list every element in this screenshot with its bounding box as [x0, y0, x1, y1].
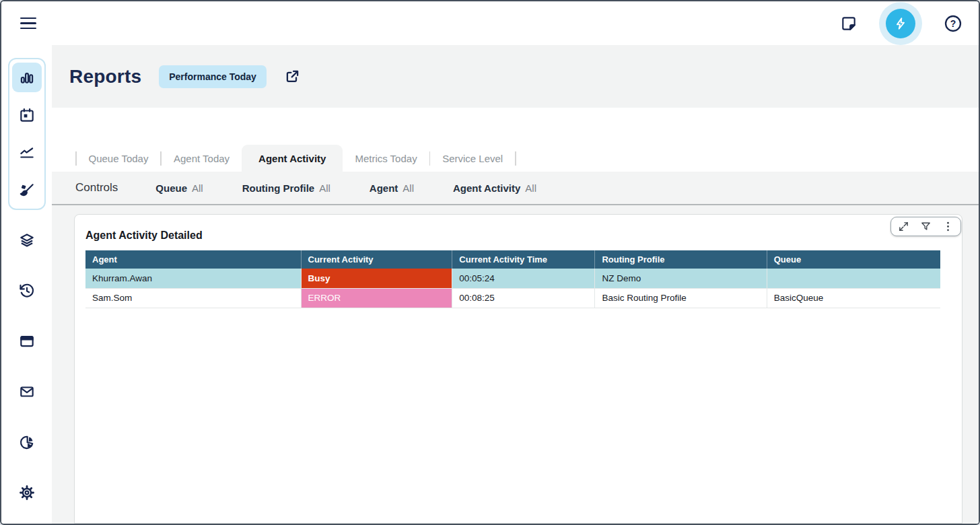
tab-band: Queue TodayAgent TodayAgent ActivityMetr… [52, 108, 979, 172]
tab-service-level[interactable]: Service Level [430, 145, 515, 172]
sidebar-item-browser-window[interactable] [12, 326, 42, 356]
kebab-menu-icon[interactable] [942, 221, 954, 232]
card-title: Agent Activity Detailed [85, 230, 940, 242]
column-header-current-activity-time: Current Activity Time [452, 250, 595, 269]
expand-icon[interactable] [898, 221, 909, 232]
tab-separator [515, 151, 516, 166]
agent-activity-table: AgentCurrent ActivityCurrent Activity Ti… [85, 250, 940, 308]
tab-agent-today[interactable]: Agent Today [162, 145, 242, 172]
help-icon[interactable]: ? [944, 14, 963, 33]
top-bar: ? [1, 1, 979, 45]
sidebar-report-group [8, 58, 46, 210]
sidebar-item-bar-chart[interactable] [12, 63, 42, 92]
card-area: Agent Activity Detailed AgentCurrent Act… [52, 205, 979, 524]
filter-agent-activity[interactable]: Agent ActivityAll [453, 182, 536, 194]
card-toolbar [890, 217, 961, 236]
table-cell: Basic Routing Profile [595, 288, 767, 308]
table-cell: Sam.Som [85, 288, 301, 308]
table-cell: NZ Demo [595, 269, 767, 288]
tab-queue-today[interactable]: Queue Today [77, 145, 161, 172]
page-header: Reports Performance Today [52, 45, 979, 108]
sidebar-item-mail[interactable] [12, 377, 42, 407]
table-body: Khurram.AwanBusy00:05:24NZ DemoSam.SomER… [85, 269, 940, 308]
sidebar-item-history[interactable] [12, 276, 42, 306]
agent-activity-card: Agent Activity Detailed AgentCurrent Act… [74, 214, 963, 524]
tab-agent-activity[interactable]: Agent Activity [242, 145, 343, 172]
app-window: ? [0, 0, 980, 525]
table-cell: BasicQueue [767, 288, 940, 308]
column-header-routing-profile: Routing Profile [595, 250, 767, 269]
filter-agent[interactable]: AgentAll [370, 182, 414, 194]
sidebar-item-pie-chart[interactable] [12, 427, 42, 457]
external-link-icon[interactable] [284, 68, 301, 85]
tab-list: Queue TodayAgent TodayAgent ActivityMetr… [75, 145, 516, 172]
sidebar [1, 45, 52, 524]
table-row: Sam.SomERROR00:08:25Basic Routing Profil… [85, 288, 940, 308]
table-cell: Khurram.Awan [85, 269, 301, 288]
tab-metrics-today[interactable]: Metrics Today [343, 145, 429, 172]
filter-list: QueueAllRouting ProfileAllAgentAllAgent … [155, 182, 575, 194]
filter-queue[interactable]: QueueAll [155, 182, 203, 194]
table-row: Khurram.AwanBusy00:05:24NZ Demo [85, 269, 940, 288]
sidebar-secondary-group [12, 225, 42, 508]
menu-icon[interactable] [18, 15, 39, 32]
column-header-queue: Queue [767, 250, 940, 269]
controls-bar: Controls QueueAllRouting ProfileAllAgent… [52, 172, 979, 205]
sidebar-item-design-brush[interactable] [12, 176, 42, 205]
sidebar-item-line-chart[interactable] [12, 138, 42, 168]
sidebar-item-settings-gear[interactable] [12, 478, 42, 508]
sidebar-item-calendar[interactable] [12, 100, 42, 130]
column-header-current-activity: Current Activity [301, 250, 452, 269]
column-header-agent: Agent [85, 250, 301, 269]
filter-funnel-icon[interactable] [920, 221, 932, 232]
table-cell: 00:08:25 [452, 288, 595, 308]
table-cell [767, 269, 940, 288]
note-icon[interactable] [840, 15, 858, 32]
status-cell: Busy [301, 269, 452, 288]
top-bar-actions: ? [840, 9, 963, 38]
dashboard-panel: Queue TodayAgent TodayAgent ActivityMetr… [52, 108, 979, 524]
page-title: Reports [69, 66, 141, 88]
filter-routing-profile[interactable]: Routing ProfileAll [242, 182, 330, 194]
svg-text:?: ? [950, 18, 956, 28]
performance-today-badge: Performance Today [159, 65, 267, 88]
status-cell: ERROR [301, 288, 452, 308]
lightning-icon[interactable] [886, 9, 915, 38]
main-content: Reports Performance Today Queue TodayAge… [52, 45, 979, 524]
sidebar-item-layers[interactable] [12, 225, 42, 255]
table-cell: 00:05:24 [452, 269, 595, 288]
controls-label: Controls [75, 181, 118, 195]
table-header-row: AgentCurrent ActivityCurrent Activity Ti… [85, 250, 940, 269]
